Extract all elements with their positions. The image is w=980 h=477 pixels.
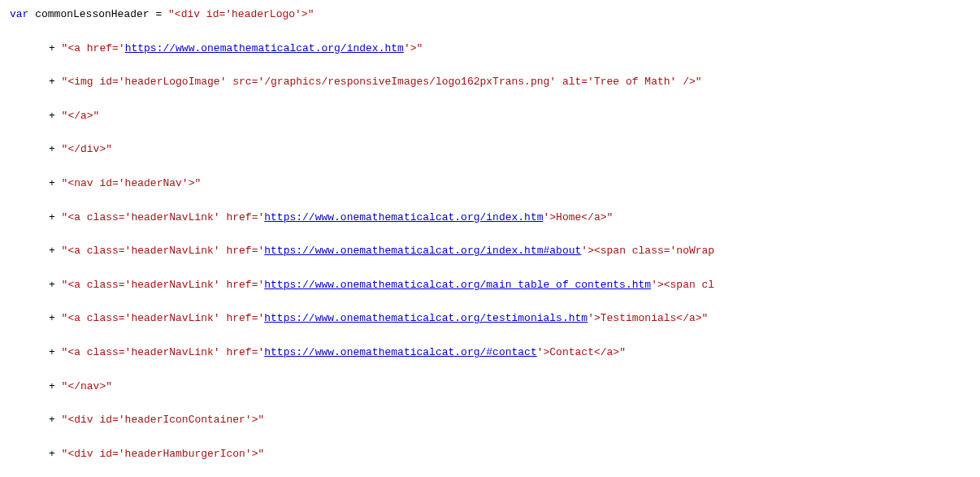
code-line[interactable]: + "</nav>": [10, 379, 970, 396]
operator: +: [49, 245, 62, 257]
operator: +: [49, 414, 62, 426]
string-literal: "<a class='headerNavLink' href=': [62, 211, 265, 223]
string-literal: '><span cl: [651, 279, 714, 291]
string-literal: '>Home</a>": [544, 211, 614, 223]
code-line[interactable]: + "<a class='headerNavLink' href='https:…: [10, 243, 970, 260]
string-literal: '>Testimonials</a>": [588, 312, 708, 324]
string-literal: '><span class='noWrap: [581, 245, 714, 257]
code-line[interactable]: + "<a href='https://www.onemathematicalc…: [10, 41, 970, 58]
string-literal: "<a class='headerNavLink' href=': [62, 279, 265, 291]
operator: +: [49, 177, 62, 189]
string-literal: "<div id='headerIconContainer'>": [62, 414, 265, 426]
code-line[interactable]: + "<a class='headerNavLink' href='https:…: [10, 210, 970, 227]
url-link[interactable]: https://www.onemathematicalcat.org/testi…: [264, 312, 588, 324]
operator: +: [49, 110, 62, 122]
string-literal: "</nav>": [62, 380, 112, 392]
url-link[interactable]: https://www.onemathematicalcat.org/main_…: [264, 279, 651, 291]
string-literal: "<a class='headerNavLink' href=': [62, 312, 265, 324]
operator: +: [49, 42, 62, 54]
string-literal: "<div id='headerLogo'>": [168, 8, 314, 20]
operator: +: [49, 143, 62, 155]
operator: =: [155, 8, 168, 20]
code-line[interactable]: + "<nav id='headerNav'>": [10, 176, 970, 193]
operator: +: [49, 448, 62, 460]
code-line[interactable]: + "<a class='headerNavLink' href='https:…: [10, 277, 970, 294]
string-literal: "<a class='headerNavLink' href=': [62, 346, 265, 358]
operator: +: [49, 76, 62, 88]
keyword-var: var: [10, 8, 28, 20]
code-line[interactable]: + "<img id='headerLogoImage' src='/graph…: [10, 74, 970, 91]
url-link[interactable]: https://www.onemathematicalcat.org/index…: [264, 211, 543, 223]
code-line[interactable]: + "<div id='headerIconContainer'>": [10, 412, 970, 429]
string-literal: "<nav id='headerNav'>": [62, 177, 202, 189]
operator: +: [49, 346, 62, 358]
identifier: commonLessonHeader: [28, 8, 155, 20]
string-literal: "<a class='headerNavLink' href=': [62, 245, 265, 257]
code-line[interactable]: + "</div>": [10, 141, 970, 158]
string-literal: "<img id='headerLogoImage' src='/graphic…: [62, 76, 702, 88]
code-line[interactable]: + "</a>": [10, 108, 970, 125]
operator: +: [49, 380, 62, 392]
string-literal: "</div>": [62, 143, 112, 155]
string-literal: "</a>": [62, 110, 100, 122]
string-literal: "<a href=': [62, 42, 125, 54]
operator: +: [49, 279, 62, 291]
code-line[interactable]: var commonLessonHeader = "<div id='heade…: [10, 7, 970, 24]
string-literal: "<div id='headerHamburgerIcon'>": [62, 448, 265, 460]
code-line[interactable]: + "<a class='headerNavLink' href='https:…: [10, 345, 970, 362]
operator: +: [49, 211, 62, 223]
code-line[interactable]: + "<div id='headerHamburgerIcon'>": [10, 446, 970, 463]
url-link[interactable]: https://www.onemathematicalcat.org/index…: [264, 245, 581, 257]
string-literal: '>": [404, 42, 423, 54]
url-link[interactable]: https://www.onemathematicalcat.org/#cont…: [264, 346, 536, 358]
code-line[interactable]: + "<a class='headerNavLink' href='https:…: [10, 310, 970, 327]
string-literal: '>Contact</a>": [537, 346, 626, 358]
operator: +: [49, 312, 62, 324]
url-link[interactable]: https://www.onemathematicalcat.org/index…: [125, 42, 404, 54]
